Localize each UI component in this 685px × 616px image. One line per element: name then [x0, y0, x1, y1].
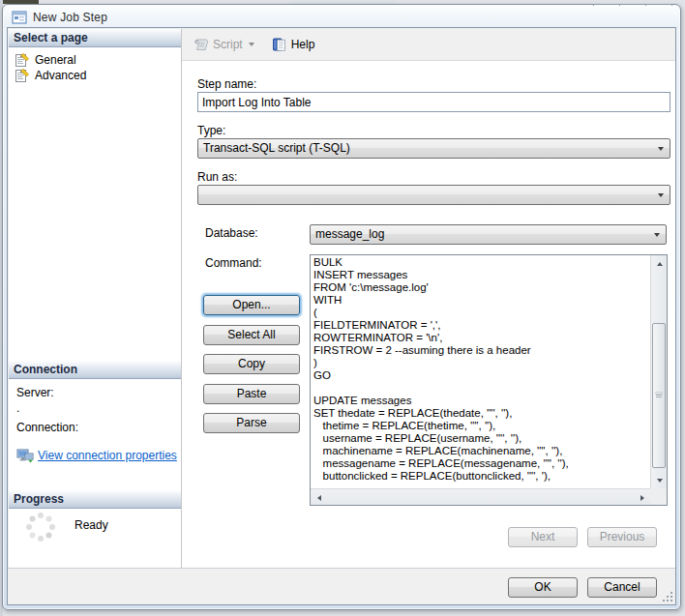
arrow-up-icon	[657, 262, 663, 266]
dialog-footer: OK Cancel	[8, 568, 675, 604]
run-as-select[interactable]	[197, 185, 670, 205]
copy-button[interactable]: Copy	[203, 354, 300, 374]
scroll-up-button[interactable]	[651, 255, 668, 272]
connection-label: Connection:	[16, 421, 78, 434]
database-select[interactable]: message_log	[310, 224, 667, 245]
arrow-right-icon	[640, 495, 644, 501]
type-select[interactable]: Transact-SQL script (T-SQL)	[197, 138, 670, 159]
dialog-client-area: Select a page General	[7, 27, 676, 605]
command-label: Command:	[205, 256, 262, 270]
script-icon	[194, 37, 209, 52]
step-name-input[interactable]	[197, 92, 670, 112]
script-label: Script	[213, 38, 243, 51]
chevron-down-icon	[249, 43, 254, 46]
server-label: Server:	[16, 386, 54, 399]
sidebar-item-advanced[interactable]: Advanced	[15, 68, 86, 83]
chevron-down-icon	[658, 147, 664, 151]
resize-grip[interactable]	[663, 592, 672, 601]
command-textarea[interactable]: BULK INSERT messages FROM 'c:\message.lo…	[310, 254, 668, 506]
arrow-down-icon	[657, 479, 663, 483]
next-button[interactable]: Next	[508, 527, 578, 547]
scroll-right-button[interactable]	[634, 489, 650, 506]
link-label: View connection properties	[38, 449, 177, 462]
previous-button[interactable]: Previous	[587, 527, 657, 547]
view-connection-properties-link[interactable]: View connection properties	[16, 448, 177, 463]
step-name-label: Step name:	[197, 77, 256, 91]
help-button[interactable]: Help	[268, 33, 319, 56]
vertical-scrollbar-thumb[interactable]	[652, 323, 666, 468]
help-label: Help	[291, 38, 315, 51]
scroll-left-button[interactable]	[311, 489, 327, 506]
scroll-down-button[interactable]	[651, 472, 668, 488]
form-window-icon	[12, 10, 27, 25]
toolbar: Script Help	[182, 29, 675, 61]
window-title: New Job Step	[33, 11, 107, 24]
command-text[interactable]: BULK INSERT messages FROM 'c:\message.lo…	[311, 255, 650, 488]
cancel-button[interactable]: Cancel	[587, 577, 657, 598]
vertical-scrollbar[interactable]	[650, 255, 667, 488]
type-label: Type:	[197, 124, 225, 137]
chevron-down-icon	[654, 233, 660, 237]
script-button[interactable]: Script	[190, 33, 258, 56]
connection-properties-icon	[16, 448, 32, 463]
scrollbar-corner	[650, 488, 667, 505]
database-label: Database:	[205, 226, 258, 240]
sidebar-item-general[interactable]: General	[15, 52, 76, 68]
open-button[interactable]: Open...	[203, 295, 300, 315]
chevron-down-icon	[658, 193, 664, 197]
main-panel: Script Help Step name:	[182, 29, 675, 569]
help-book-icon	[272, 37, 287, 52]
database-selected-value: message_log	[315, 227, 384, 241]
progress-header: Progress	[9, 490, 181, 509]
horizontal-scrollbar[interactable]	[311, 488, 650, 505]
page-edit-icon	[15, 68, 30, 83]
sidebar-item-label: Advanced	[35, 69, 86, 82]
arrow-left-icon	[317, 495, 321, 501]
connection-header: Connection	[9, 361, 181, 379]
page-edit-icon	[15, 52, 30, 68]
server-value: .	[16, 401, 19, 415]
progress-status: Ready	[74, 518, 108, 532]
spinner-icon	[24, 511, 57, 543]
type-selected-value: Transact-SQL script (T-SQL)	[203, 141, 350, 155]
title-bar[interactable]: New Job Step	[4, 6, 679, 28]
sidebar-item-label: General	[35, 53, 76, 67]
select-a-page-header: Select a page	[9, 29, 181, 47]
new-job-step-dialog: ✕ New Job Step Select a page	[2, 4, 681, 610]
select-all-button[interactable]: Select All	[203, 325, 300, 345]
run-as-label: Run as:	[197, 170, 237, 184]
ok-button[interactable]: OK	[508, 577, 578, 598]
parse-button[interactable]: Parse	[203, 413, 300, 433]
paste-button[interactable]: Paste	[203, 384, 300, 404]
sidebar: Select a page General	[9, 29, 182, 569]
